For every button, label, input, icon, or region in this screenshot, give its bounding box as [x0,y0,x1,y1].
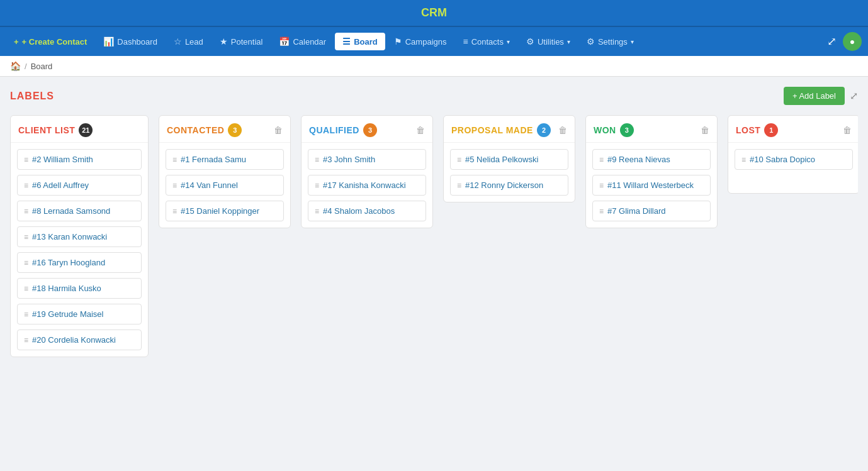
contact-card-18[interactable]: ≡#18 Harmila Kusko [17,278,142,299]
fullscreen-button[interactable]: ⤢ [823,31,840,52]
contact-card-14[interactable]: ≡#14 Van Funnel [166,175,284,196]
create-contact-icon: + [14,37,19,47]
column-delete-contacted[interactable]: 🗑 [274,125,283,135]
nav-settings[interactable]: ⚙ Settings ▾ [579,33,641,50]
column-body-qualified: ≡#3 John Smith≡#17 Kanisha Konwacki≡#4 S… [302,143,432,228]
column-title-qualified: QUALIFIED [309,125,359,135]
user-avatar[interactable]: ● [843,32,862,51]
nav-right: ⤢ ● [823,31,862,52]
contact-card-8[interactable]: ≡#8 Lernada Samsond [17,201,142,221]
column-delete-qualified[interactable]: 🗑 [416,125,425,135]
contact-name: #9 Reena Nievas [607,155,670,164]
nav-contacts-label: Contacts [471,37,504,47]
nav-dashboard-label: Dashboard [117,37,157,47]
nav-board-label: Board [354,37,378,47]
nav-dashboard[interactable]: 📊 Dashboard [96,33,165,50]
contact-name: #3 John Smith [323,155,375,164]
contact-card-3[interactable]: ≡#3 John Smith [308,149,426,170]
contact-name: #16 Taryn Hoogland [32,258,105,267]
home-icon[interactable]: 🏠 [10,61,21,71]
contact-card-10[interactable]: ≡#10 Sabra Dopico [735,149,853,170]
contact-card-1[interactable]: ≡#1 Fernada Samu [166,149,284,170]
breadcrumb: 🏠 / Board [0,56,868,77]
drag-icon: ≡ [24,181,28,190]
nav-potential-label: Potential [231,37,263,47]
column-delete-lost[interactable]: 🗑 [843,125,852,135]
drag-icon: ≡ [24,258,28,267]
nav-board[interactable]: ☰ Board [335,33,385,50]
nav-lead[interactable]: ☆ Lead [166,33,211,50]
contact-card-15[interactable]: ≡#15 Daniel Koppinger [166,201,284,221]
nav-calendar[interactable]: 📅 Calendar [271,33,334,50]
lead-icon: ☆ [174,36,182,47]
board-container: CLIENT LIST21≡#2 William Smith≡#6 Adell … [10,115,858,357]
column-count-qualified: 3 [363,123,377,137]
nav-contacts[interactable]: ≡ Contacts ▾ [455,33,517,50]
contact-name: #14 Van Funnel [181,180,238,190]
column-header-proposal-made: PROPOSAL MADE2🗑 [444,116,575,143]
column-proposal-made: PROPOSAL MADE2🗑≡#5 Nelida Pelkowski≡#12 … [443,115,575,202]
column-title-proposal-made: PROPOSAL MADE [451,125,533,135]
contact-name: #17 Kanisha Konwacki [323,180,406,190]
contact-card-7[interactable]: ≡#7 Glima Dillard [592,201,711,221]
contact-card-17[interactable]: ≡#17 Kanisha Konwacki [308,175,426,196]
contact-card-4[interactable]: ≡#4 Shalom Jacobos [308,201,426,221]
main-content: LABELS + Add Label ⤢ CLIENT LIST21≡#2 Wi… [0,77,868,471]
column-won: WON3🗑≡#9 Reena Nievas≡#11 Willard Wester… [585,115,718,228]
contact-name: #8 Lernada Samsond [32,206,110,216]
column-header-won: WON3🗑 [586,116,717,143]
contact-card-16[interactable]: ≡#16 Taryn Hoogland [17,252,142,273]
contact-name: #1 Fernada Samu [181,155,246,164]
contact-name: #2 William Smith [32,155,93,164]
contacts-icon: ≡ [463,36,468,47]
labels-header: LABELS + Add Label ⤢ [10,87,858,105]
settings-icon: ⚙ [587,36,595,47]
drag-icon: ≡ [315,181,319,190]
contact-card-5[interactable]: ≡#5 Nelida Pelkowski [450,149,568,170]
app-title: CRM [421,6,447,19]
potential-icon: ★ [220,36,228,47]
drag-icon: ≡ [599,207,604,216]
drag-icon: ≡ [24,207,28,216]
column-title-contacted: CONTACTED [167,125,224,135]
column-body-proposal-made: ≡#5 Nelida Pelkowski≡#12 Ronny Dickerson [444,143,575,202]
create-contact-button[interactable]: + + Create Contact [6,33,94,50]
nav-potential[interactable]: ★ Potential [212,33,271,50]
drag-icon: ≡ [24,310,28,319]
contact-card-20[interactable]: ≡#20 Cordelia Konwacki [17,330,142,350]
contact-card-11[interactable]: ≡#11 Willard Westerbeck [592,175,711,196]
contact-card-9[interactable]: ≡#9 Reena Nievas [592,149,711,170]
contact-card-6[interactable]: ≡#6 Adell Auffrey [17,175,142,196]
contact-card-12[interactable]: ≡#12 Ronny Dickerson [450,175,568,196]
nav-bar: + + Create Contact 📊 Dashboard ☆ Lead ★ … [0,27,868,56]
utilities-dropdown-icon: ▾ [567,38,570,45]
calendar-icon: 📅 [279,36,290,47]
drag-icon: ≡ [24,284,28,293]
column-delete-proposal-made[interactable]: 🗑 [558,125,567,135]
column-count-proposal-made: 2 [537,123,551,137]
drag-icon: ≡ [172,181,177,190]
create-contact-label: + Create Contact [22,37,87,47]
settings-dropdown-icon: ▾ [631,38,634,45]
column-delete-won[interactable]: 🗑 [701,125,709,135]
column-header-contacted: CONTACTED3🗑 [159,116,290,143]
nav-campaigns[interactable]: ⚑ Campaigns [386,33,454,50]
contact-card-19[interactable]: ≡#19 Getrude Maisel [17,304,142,324]
column-title-won: WON [594,125,616,135]
contact-card-2[interactable]: ≡#2 William Smith [17,149,142,170]
drag-icon: ≡ [315,207,319,216]
contact-name: #19 Getrude Maisel [32,309,103,319]
column-count-contacted: 3 [228,123,242,137]
column-header-client-list: CLIENT LIST21 [11,116,148,143]
nav-utilities[interactable]: ⚙ Utilities ▾ [519,33,578,50]
column-lost: LOST1🗑≡#10 Sabra Dopico [728,115,858,194]
top-bar: CRM [0,0,868,27]
add-label-button[interactable]: + Add Label [784,87,845,105]
drag-icon: ≡ [741,155,746,164]
column-body-won: ≡#9 Reena Nievas≡#11 Willard Westerbeck≡… [586,143,717,228]
board-expand-icon[interactable]: ⤢ [850,90,858,102]
contact-card-13[interactable]: ≡#13 Karan Konwacki [17,226,142,247]
contact-name: #13 Karan Konwacki [32,232,107,241]
column-client-list: CLIENT LIST21≡#2 William Smith≡#6 Adell … [10,115,149,357]
contact-name: #11 Willard Westerbeck [607,180,694,190]
